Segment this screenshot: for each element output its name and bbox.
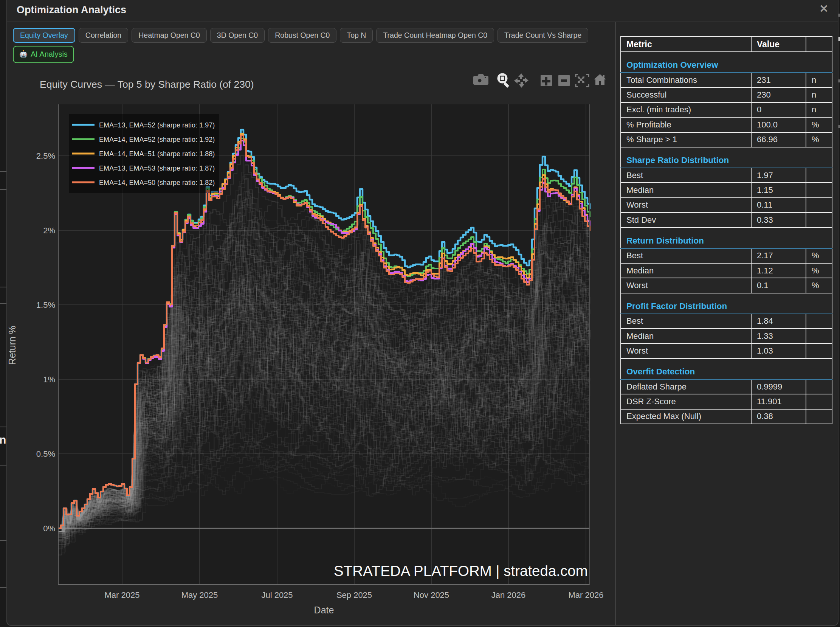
svg-text:1.5%: 1.5% bbox=[36, 300, 55, 310]
svg-text:0.5%: 0.5% bbox=[36, 449, 55, 459]
svg-text:EMA=13, EMA=53 (sharpe ratio:: EMA=13, EMA=53 (sharpe ratio: 1.87) bbox=[99, 164, 215, 172]
svg-text:Date: Date bbox=[314, 605, 334, 615]
svg-text:1%: 1% bbox=[43, 375, 55, 384]
svg-text:EMA=14, EMA=51 (sharpe ratio:: EMA=14, EMA=51 (sharpe ratio: 1.88) bbox=[99, 150, 215, 158]
svg-text:May 2025: May 2025 bbox=[181, 590, 218, 600]
svg-text:Jul 2025: Jul 2025 bbox=[261, 590, 293, 600]
svg-text:Mar 2025: Mar 2025 bbox=[105, 590, 140, 600]
svg-text:STRATEDA PLATFORM | strateda.c: STRATEDA PLATFORM | strateda.com bbox=[334, 563, 588, 579]
svg-text:0%: 0% bbox=[43, 524, 55, 533]
svg-text:Jan 2026: Jan 2026 bbox=[491, 590, 526, 600]
svg-text:EMA=13, EMA=52 (sharpe ratio:: EMA=13, EMA=52 (sharpe ratio: 1.97) bbox=[99, 121, 215, 129]
svg-text:2.5%: 2.5% bbox=[36, 151, 55, 161]
svg-text:Mar 2026: Mar 2026 bbox=[569, 590, 604, 600]
svg-text:Return %: Return % bbox=[7, 326, 17, 365]
svg-text:EMA=14, EMA=50 (sharpe ratio:: EMA=14, EMA=50 (sharpe ratio: 1.82) bbox=[99, 179, 215, 186]
svg-text:EMA=14, EMA=52 (sharpe ratio:: EMA=14, EMA=52 (sharpe ratio: 1.92) bbox=[99, 136, 215, 143]
svg-text:Nov 2025: Nov 2025 bbox=[414, 590, 449, 600]
svg-text:Equity Curves — Top 5 by Sharp: Equity Curves — Top 5 by Sharpe Ratio (o… bbox=[40, 79, 254, 90]
svg-text:Sep 2025: Sep 2025 bbox=[337, 590, 372, 600]
svg-text:2%: 2% bbox=[43, 226, 55, 235]
